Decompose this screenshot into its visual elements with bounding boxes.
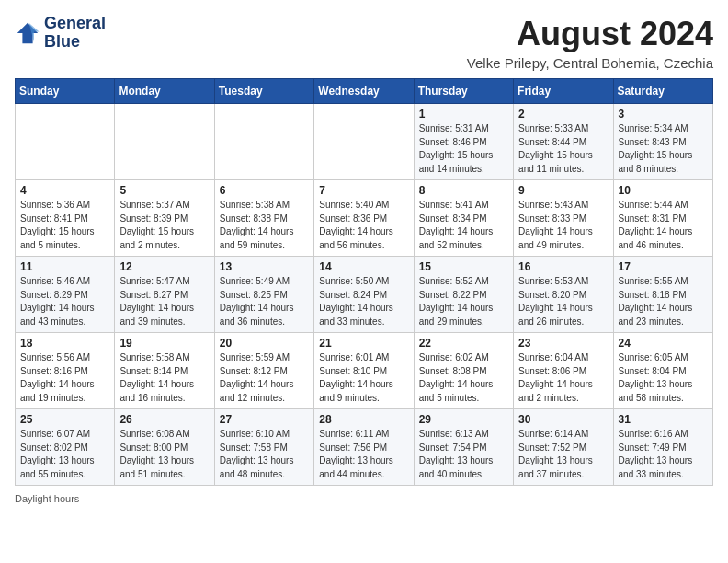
day-number: 20 [220,337,309,350]
logo-text: General Blue [44,15,106,52]
day-number: 21 [319,337,408,350]
cell-week1-day7: 3Sunrise: 5:34 AM Sunset: 8:43 PM Daylig… [613,104,712,180]
day-number: 31 [619,413,708,426]
day-number: 26 [119,413,209,426]
header-monday: Monday [115,79,214,104]
cell-week5-day3: 27Sunrise: 6:10 AM Sunset: 7:58 PM Dayli… [214,409,313,486]
logo: General Blue [15,15,106,52]
day-number: 18 [20,337,109,350]
cell-week5-day1: 25Sunrise: 6:07 AM Sunset: 8:02 PM Dayli… [16,409,115,486]
day-number: 13 [220,260,309,273]
day-info: Sunrise: 5:37 AM Sunset: 8:39 PM Dayligh… [119,199,209,252]
day-number: 17 [619,260,708,273]
main-title: August 2024 [467,15,713,53]
cell-week1-day1 [16,104,115,180]
cell-week5-day6: 30Sunrise: 6:14 AM Sunset: 7:52 PM Dayli… [514,409,613,486]
day-info: Sunrise: 5:52 AM Sunset: 8:22 PM Dayligh… [419,275,508,328]
header-wednesday: Wednesday [314,79,414,104]
day-info: Sunrise: 5:47 AM Sunset: 8:27 PM Dayligh… [119,275,209,328]
day-info: Sunrise: 6:07 AM Sunset: 8:02 PM Dayligh… [20,428,109,481]
cell-week5-day5: 29Sunrise: 6:13 AM Sunset: 7:54 PM Dayli… [414,409,513,486]
day-number: 16 [518,260,608,273]
week-row-4: 18Sunrise: 5:56 AM Sunset: 8:16 PM Dayli… [16,333,713,409]
cell-week3-day5: 15Sunrise: 5:52 AM Sunset: 8:22 PM Dayli… [414,257,513,333]
page-header: General Blue August 2024 Velke Prilepy, … [15,15,713,71]
header-sunday: Sunday [16,79,115,104]
day-number: 1 [419,108,508,121]
day-number: 4 [20,184,109,197]
day-info: Sunrise: 5:55 AM Sunset: 8:18 PM Dayligh… [619,275,708,328]
day-number: 10 [619,184,708,197]
header-thursday: Thursday [414,79,513,104]
day-info: Sunrise: 6:04 AM Sunset: 8:06 PM Dayligh… [518,351,608,405]
day-number: 12 [119,260,209,273]
day-number: 8 [419,184,508,197]
cell-week3-day2: 12Sunrise: 5:47 AM Sunset: 8:27 PM Dayli… [115,257,214,333]
day-number: 22 [419,337,508,350]
subtitle: Velke Prilepy, Central Bohemia, Czechia [467,55,713,71]
logo-icon [15,20,40,46]
day-number: 19 [119,337,209,350]
day-number: 28 [319,413,408,426]
day-info: Sunrise: 5:49 AM Sunset: 8:25 PM Dayligh… [220,275,309,328]
cell-week4-day6: 23Sunrise: 6:04 AM Sunset: 8:06 PM Dayli… [514,333,613,409]
day-info: Sunrise: 6:10 AM Sunset: 7:58 PM Dayligh… [220,428,309,481]
calendar-table: SundayMondayTuesdayWednesdayThursdayFrid… [15,78,713,486]
cell-week1-day6: 2Sunrise: 5:33 AM Sunset: 8:44 PM Daylig… [514,104,613,180]
day-info: Sunrise: 6:11 AM Sunset: 7:56 PM Dayligh… [319,428,408,481]
cell-week3-day6: 16Sunrise: 5:53 AM Sunset: 8:20 PM Dayli… [514,257,613,333]
day-info: Sunrise: 6:16 AM Sunset: 7:49 PM Dayligh… [619,428,708,481]
day-number: 29 [419,413,508,426]
day-info: Sunrise: 5:43 AM Sunset: 8:33 PM Dayligh… [518,199,608,252]
day-number: 23 [518,337,608,350]
week-row-3: 11Sunrise: 5:46 AM Sunset: 8:29 PM Dayli… [16,257,713,333]
cell-week5-day4: 28Sunrise: 6:11 AM Sunset: 7:56 PM Dayli… [314,409,414,486]
cell-week2-day2: 5Sunrise: 5:37 AM Sunset: 8:39 PM Daylig… [115,180,214,257]
cell-week4-day1: 18Sunrise: 5:56 AM Sunset: 8:16 PM Dayli… [16,333,115,409]
cell-week3-day7: 17Sunrise: 5:55 AM Sunset: 8:18 PM Dayli… [613,257,712,333]
cell-week5-day7: 31Sunrise: 6:16 AM Sunset: 7:49 PM Dayli… [613,409,712,486]
day-info: Sunrise: 6:14 AM Sunset: 7:52 PM Dayligh… [518,428,608,481]
day-info: Sunrise: 5:58 AM Sunset: 8:14 PM Dayligh… [119,351,209,405]
day-number: 6 [220,184,309,197]
day-info: Sunrise: 5:53 AM Sunset: 8:20 PM Dayligh… [518,275,608,328]
day-number: 7 [319,184,408,197]
day-info: Sunrise: 6:01 AM Sunset: 8:10 PM Dayligh… [319,351,408,405]
day-number: 5 [119,184,209,197]
day-info: Sunrise: 5:50 AM Sunset: 8:24 PM Dayligh… [319,275,408,328]
cell-week4-day7: 24Sunrise: 6:05 AM Sunset: 8:04 PM Dayli… [613,333,712,409]
header-tuesday: Tuesday [214,79,313,104]
header-friday: Friday [514,79,613,104]
cell-week2-day5: 8Sunrise: 5:41 AM Sunset: 8:34 PM Daylig… [414,180,513,257]
day-info: Sunrise: 6:02 AM Sunset: 8:08 PM Dayligh… [419,351,508,405]
cell-week4-day4: 21Sunrise: 6:01 AM Sunset: 8:10 PM Dayli… [314,333,414,409]
day-info: Sunrise: 5:38 AM Sunset: 8:38 PM Dayligh… [220,199,309,252]
cell-week1-day3 [214,104,313,180]
day-number: 25 [20,413,109,426]
cell-week2-day6: 9Sunrise: 5:43 AM Sunset: 8:33 PM Daylig… [514,180,613,257]
cell-week1-day5: 1Sunrise: 5:31 AM Sunset: 8:46 PM Daylig… [414,104,513,180]
calendar-header: SundayMondayTuesdayWednesdayThursdayFrid… [16,79,713,104]
week-row-1: 1Sunrise: 5:31 AM Sunset: 8:46 PM Daylig… [16,104,713,180]
week-row-5: 25Sunrise: 6:07 AM Sunset: 8:02 PM Dayli… [16,409,713,486]
cell-week4-day2: 19Sunrise: 5:58 AM Sunset: 8:14 PM Dayli… [115,333,214,409]
footer-note: Daylight hours [15,493,713,504]
day-info: Sunrise: 6:13 AM Sunset: 7:54 PM Dayligh… [419,428,508,481]
day-number: 30 [518,413,608,426]
day-number: 24 [619,337,708,350]
cell-week2-day3: 6Sunrise: 5:38 AM Sunset: 8:38 PM Daylig… [214,180,313,257]
header-saturday: Saturday [613,79,712,104]
cell-week3-day1: 11Sunrise: 5:46 AM Sunset: 8:29 PM Dayli… [16,257,115,333]
cell-week4-day5: 22Sunrise: 6:02 AM Sunset: 8:08 PM Dayli… [414,333,513,409]
cell-week3-day3: 13Sunrise: 5:49 AM Sunset: 8:25 PM Dayli… [214,257,313,333]
day-info: Sunrise: 5:56 AM Sunset: 8:16 PM Dayligh… [20,351,109,405]
day-info: Sunrise: 6:08 AM Sunset: 8:00 PM Dayligh… [119,428,209,481]
cell-week1-day2 [115,104,214,180]
day-info: Sunrise: 5:31 AM Sunset: 8:46 PM Dayligh… [419,122,508,176]
title-block: August 2024 Velke Prilepy, Central Bohem… [467,15,713,71]
cell-week2-day1: 4Sunrise: 5:36 AM Sunset: 8:41 PM Daylig… [16,180,115,257]
day-number: 15 [419,260,508,273]
cell-week5-day2: 26Sunrise: 6:08 AM Sunset: 8:00 PM Dayli… [115,409,214,486]
day-number: 11 [20,260,109,273]
day-number: 3 [619,108,708,121]
